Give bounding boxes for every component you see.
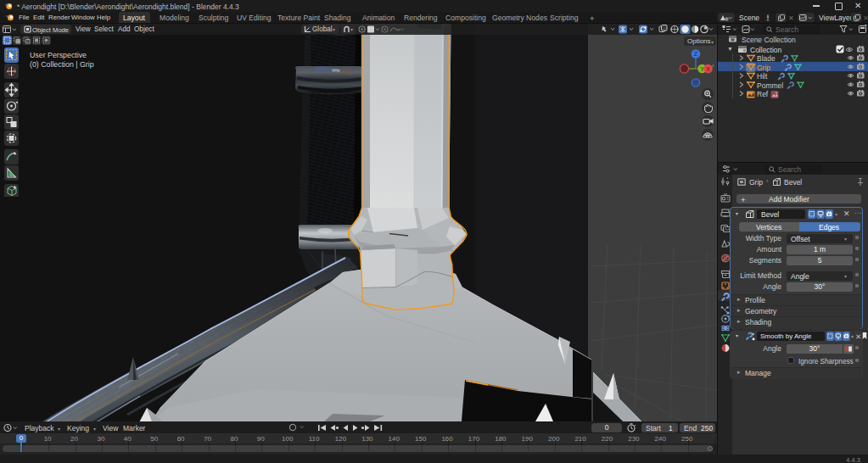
svg-text:X: X: [706, 66, 710, 72]
svg-text:Z: Z: [694, 51, 698, 57]
